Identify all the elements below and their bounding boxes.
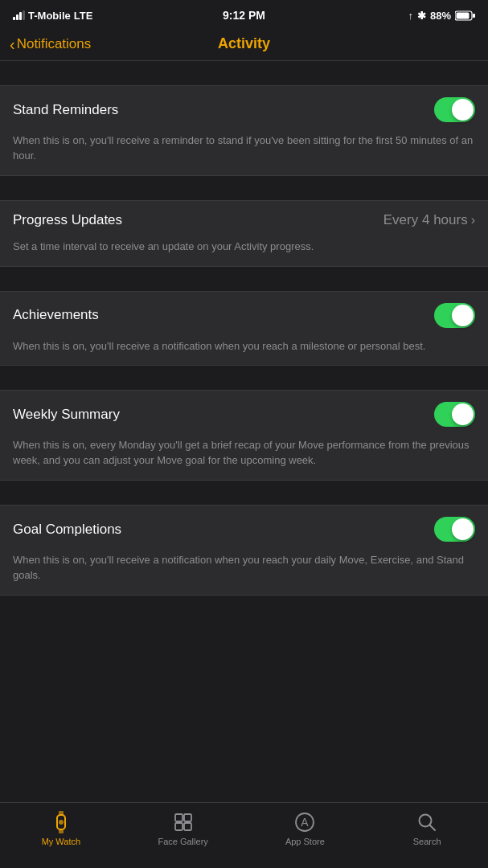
weekly-summary-label: Weekly Summary bbox=[13, 407, 120, 423]
tab-face-gallery[interactable]: Face Gallery bbox=[122, 811, 244, 846]
navigation-bar: ‹ Notifications Activity bbox=[0, 29, 488, 61]
my-watch-icon bbox=[50, 811, 72, 833]
status-time: 9:12 PM bbox=[223, 9, 265, 22]
toggle-knob bbox=[452, 518, 474, 540]
page-title: Activity bbox=[218, 35, 270, 52]
location-icon: ↑ bbox=[408, 10, 413, 22]
progress-updates-block: Progress Updates Every 4 hours › Set a t… bbox=[0, 200, 488, 267]
weekly-summary-toggle[interactable] bbox=[434, 402, 475, 427]
bottom-spacer bbox=[0, 596, 488, 620]
status-indicators: ↑ ✱ 88% bbox=[408, 10, 475, 22]
status-bar: T-Mobile LTE 9:12 PM ↑ ✱ 88% bbox=[0, 0, 488, 29]
stand-reminders-toggle[interactable] bbox=[434, 97, 475, 122]
toggle-knob bbox=[452, 305, 474, 326]
status-carrier: T-Mobile LTE bbox=[13, 10, 92, 22]
svg-rect-10 bbox=[184, 823, 191, 830]
stand-reminders-row: Stand Reminders bbox=[0, 86, 488, 133]
tab-face-gallery-label: Face Gallery bbox=[158, 837, 207, 846]
svg-line-14 bbox=[430, 825, 436, 831]
tab-search[interactable]: Search bbox=[366, 811, 488, 846]
tab-bar: My Watch Face Gallery A App Store bbox=[0, 802, 488, 868]
spacer-3 bbox=[0, 366, 488, 390]
tab-search-label: Search bbox=[413, 837, 441, 846]
svg-rect-1 bbox=[457, 12, 470, 18]
achievements-block: Achievements When this is on, you'll rec… bbox=[0, 291, 488, 366]
achievements-description: When this is on, you'll receive a notifi… bbox=[0, 339, 488, 366]
svg-point-6 bbox=[59, 820, 64, 825]
achievements-toggle[interactable] bbox=[434, 303, 475, 328]
svg-rect-4 bbox=[59, 811, 64, 815]
battery-icon bbox=[455, 10, 475, 21]
svg-text:A: A bbox=[301, 816, 310, 829]
chevron-right-icon: › bbox=[471, 213, 475, 227]
goal-completions-block: Goal Completions When this is on, you'll… bbox=[0, 505, 488, 596]
spacer-4 bbox=[0, 481, 488, 505]
toggle-knob bbox=[452, 99, 474, 121]
chevron-left-icon: ‹ bbox=[10, 36, 15, 52]
tab-app-store[interactable]: A App Store bbox=[244, 811, 367, 846]
tab-my-watch[interactable]: My Watch bbox=[0, 811, 122, 846]
toggle-knob bbox=[452, 403, 474, 425]
svg-rect-9 bbox=[175, 823, 182, 830]
app-store-icon: A bbox=[293, 811, 316, 833]
goal-completions-description: When this is on, you'll receive a notifi… bbox=[0, 553, 488, 595]
settings-content: Stand Reminders When this is on, you'll … bbox=[0, 61, 488, 792]
achievements-label: Achievements bbox=[13, 307, 99, 323]
tab-app-store-label: App Store bbox=[285, 837, 325, 846]
achievements-row: Achievements bbox=[0, 292, 488, 339]
progress-updates-label: Progress Updates bbox=[13, 212, 122, 228]
svg-rect-5 bbox=[59, 829, 64, 833]
goal-completions-row: Goal Completions bbox=[0, 506, 488, 553]
search-icon bbox=[416, 811, 438, 833]
tab-my-watch-label: My Watch bbox=[42, 837, 81, 846]
spacer-1 bbox=[0, 176, 488, 200]
weekly-summary-description: When this is on, every Monday you'll get… bbox=[0, 438, 488, 480]
svg-rect-2 bbox=[473, 14, 475, 18]
face-gallery-icon bbox=[172, 811, 195, 833]
svg-rect-8 bbox=[184, 814, 191, 821]
bluetooth-icon: ✱ bbox=[417, 10, 426, 22]
stand-reminders-description: When this is on, you'll receive a remind… bbox=[0, 133, 488, 175]
goal-completions-toggle[interactable] bbox=[434, 517, 475, 542]
svg-rect-7 bbox=[175, 814, 182, 821]
signal-bars-icon bbox=[13, 10, 25, 20]
back-button[interactable]: ‹ Notifications bbox=[10, 36, 91, 52]
progress-updates-row[interactable]: Progress Updates Every 4 hours › bbox=[0, 201, 488, 240]
weekly-summary-row: Weekly Summary bbox=[0, 391, 488, 438]
weekly-summary-block: Weekly Summary When this is on, every Mo… bbox=[0, 390, 488, 481]
progress-updates-value: Every 4 hours › bbox=[383, 212, 475, 228]
spacer-2 bbox=[0, 267, 488, 291]
goal-completions-label: Goal Completions bbox=[13, 522, 121, 538]
progress-updates-description: Set a time interval to receive an update… bbox=[0, 240, 488, 266]
stand-reminders-label: Stand Reminders bbox=[13, 102, 118, 118]
stand-reminders-block: Stand Reminders When this is on, you'll … bbox=[0, 85, 488, 176]
top-spacer bbox=[0, 61, 488, 85]
